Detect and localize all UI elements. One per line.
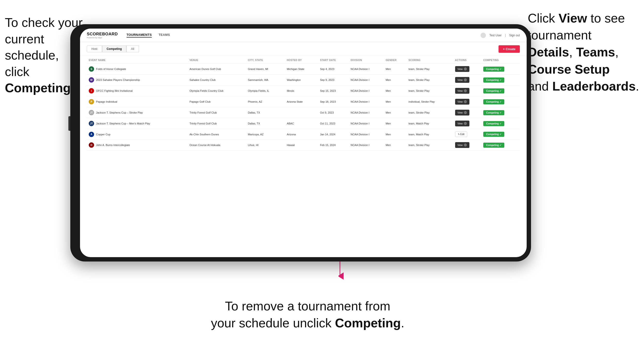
city-state-cell: Olympia Fields, IL <box>246 85 285 96</box>
action-cell[interactable]: View ⓘ <box>453 64 481 75</box>
action-cell[interactable]: View ⓘ <box>453 118 481 129</box>
competing-cell[interactable]: Competing ✓ <box>481 85 520 96</box>
view-button[interactable]: View ⓘ <box>455 77 470 83</box>
venue-cell: Ak-Chin Southern Dunes <box>188 129 246 140</box>
gender-cell: Men <box>384 129 406 140</box>
scoring-cell: team, Stroke Play <box>406 85 453 96</box>
filter-all-btn[interactable]: All <box>126 45 139 52</box>
hosted-by-cell: Illinois <box>285 85 318 96</box>
table-header-row: EVENT NAME VENUE CITY, STATE HOSTED BY S… <box>87 56 520 64</box>
action-cell[interactable]: ✎ Edit <box>453 129 481 140</box>
hosted-by-cell: ABAC <box>285 118 318 129</box>
gender-cell: Men <box>384 64 406 75</box>
info-icon: ⓘ <box>464 100 467 103</box>
view-button[interactable]: View ⓘ <box>455 142 470 148</box>
nav-teams[interactable]: TEAMS <box>158 33 170 37</box>
info-icon: ⓘ <box>464 67 467 71</box>
view-button[interactable]: View ⓘ <box>455 66 470 72</box>
competing-button[interactable]: Competing ✓ <box>483 110 504 115</box>
hosted-by-cell: Arizona State <box>285 96 318 107</box>
hosted-by-cell: Arizona <box>285 129 318 140</box>
division-cell: NCAA Division I <box>349 96 384 107</box>
filter-competing-btn[interactable]: Competing <box>102 45 126 52</box>
competing-button[interactable]: Competing ✓ <box>483 143 504 148</box>
hosted-by-cell: Michigan State <box>285 64 318 75</box>
competing-cell[interactable]: Competing ✓ <box>481 129 520 140</box>
venue-cell: Papago Golf Club <box>188 96 246 107</box>
table-row: S Folds of Honor Collegiate American Dun… <box>87 64 520 75</box>
gender-cell: Men <box>384 85 406 96</box>
tournaments-table: EVENT NAME VENUE CITY, STATE HOSTED BY S… <box>87 56 520 151</box>
gender-cell: Men <box>384 75 406 85</box>
competing-cell[interactable]: Competing ✓ <box>481 118 520 129</box>
city-state-cell: Phoenix, AZ <box>246 96 285 107</box>
competing-cell[interactable]: Competing ✓ <box>481 96 520 107</box>
action-cell[interactable]: View ⓘ <box>453 75 481 85</box>
nav-tournaments[interactable]: TOURNAMENTS <box>126 33 152 37</box>
th-gender: GENDER <box>384 56 406 64</box>
filter-bar: Host Competing All + Create <box>80 42 527 56</box>
start-date-cell: Jan 14, 2024 <box>318 129 349 140</box>
city-state-cell: Sammamish, WA <box>246 75 285 85</box>
team-logo: I <box>89 88 94 93</box>
tablet-side-button <box>68 116 70 131</box>
event-name-cell: P Papago Individual <box>87 96 188 107</box>
competing-cell[interactable]: Competing ✓ <box>481 64 520 75</box>
start-date-cell: Sep 9, 2023 <box>318 75 349 85</box>
venue-cell: American Dunes Golf Club <box>188 64 246 75</box>
filter-host-btn[interactable]: Host <box>87 45 102 52</box>
table-container: EVENT NAME VENUE CITY, STATE HOSTED BY S… <box>80 56 527 257</box>
competing-cell[interactable]: Competing ✓ <box>481 140 520 151</box>
competing-button[interactable]: Competing ✓ <box>483 77 504 83</box>
view-button[interactable]: View ⓘ <box>455 99 470 105</box>
app-content: SCOREBOARD Powered by clippi TOURNAMENTS… <box>80 28 527 257</box>
scoring-cell: individual, Stroke Play <box>406 96 453 107</box>
tablet-screen: SCOREBOARD Powered by clippi TOURNAMENTS… <box>80 28 527 257</box>
table-row: A Copper Cup Ak-Chin Southern DunesMaric… <box>87 129 520 140</box>
division-cell: NCAA Division I <box>349 64 384 75</box>
th-venue: VENUE <box>188 56 246 64</box>
create-button[interactable]: + Create <box>498 45 520 53</box>
brand-title: SCOREBOARD <box>87 32 118 36</box>
scoring-cell: team, Stroke Play <box>406 75 453 85</box>
action-cell[interactable]: View ⓘ <box>453 140 481 151</box>
division-cell: NCAA Division I <box>349 75 384 85</box>
competing-button[interactable]: Competing ✓ <box>483 121 504 126</box>
start-date-cell: Oct 9, 2023 <box>318 107 349 118</box>
action-cell[interactable]: View ⓘ <box>453 107 481 118</box>
th-division: DIVISION <box>349 56 384 64</box>
scoring-cell: team, Match Play <box>406 118 453 129</box>
competing-button[interactable]: Competing ✓ <box>483 99 504 104</box>
edit-button[interactable]: ✎ Edit <box>455 132 467 137</box>
event-name-cell: JT Jackson T. Stephens Cup – Stroke Play <box>87 107 188 118</box>
competing-button[interactable]: Competing ✓ <box>483 132 504 137</box>
scoring-cell: team, Stroke Play <box>406 64 453 75</box>
competing-cell[interactable]: Competing ✓ <box>481 107 520 118</box>
competing-cell[interactable]: Competing ✓ <box>481 75 520 85</box>
action-cell[interactable]: View ⓘ <box>453 85 481 96</box>
venue-cell: Olympia Fields Country Club <box>188 85 246 96</box>
th-competing: COMPETING <box>481 56 520 64</box>
sign-out-link[interactable]: Sign out <box>509 34 520 37</box>
action-cell[interactable]: View ⓘ <box>453 96 481 107</box>
team-logo: W <box>89 77 94 83</box>
event-name: OFCC Fighting Illini Invitational <box>96 89 133 92</box>
tablet-shell: SCOREBOARD Powered by clippi TOURNAMENTS… <box>70 24 531 262</box>
table-row: W 2023 Sahalee Players Championship Saha… <box>87 75 520 85</box>
start-date-cell: Sep 18, 2023 <box>318 96 349 107</box>
venue-cell: Trinity Forest Golf Club <box>188 118 246 129</box>
competing-button[interactable]: Competing ✓ <box>483 88 504 93</box>
user-icon <box>480 33 486 38</box>
venue-cell: Ocean Course At Hokuala <box>188 140 246 151</box>
brand: SCOREBOARD Powered by clippi <box>87 32 118 39</box>
view-button[interactable]: View ⓘ <box>455 110 470 116</box>
th-event-name: EVENT NAME <box>87 56 188 64</box>
city-state-cell: Grand Haven, MI <box>246 64 285 75</box>
view-button[interactable]: View ⓘ <box>455 88 470 94</box>
city-state-cell: Maricopa, AZ <box>246 129 285 140</box>
view-button[interactable]: View ⓘ <box>455 121 470 126</box>
event-name-cell: I OFCC Fighting Illini Invitational <box>87 85 188 96</box>
table-row: JT Jackson T. Stephens Cup – Men's Match… <box>87 118 520 129</box>
competing-button[interactable]: Competing ✓ <box>483 67 504 72</box>
table-row: P Papago Individual Papago Golf ClubPhoe… <box>87 96 520 107</box>
